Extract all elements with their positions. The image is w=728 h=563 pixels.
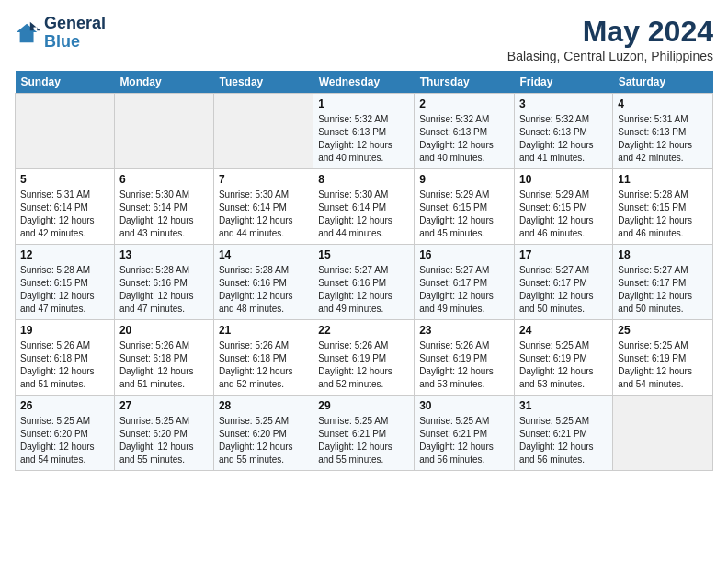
day-cell: 31Sunrise: 5:25 AM Sunset: 6:21 PM Dayli… [514, 396, 612, 471]
day-cell: 22Sunrise: 5:26 AM Sunset: 6:19 PM Dayli… [313, 320, 415, 396]
day-info: Sunrise: 5:27 AM Sunset: 6:17 PM Dayligh… [519, 264, 608, 316]
day-cell: 4Sunrise: 5:31 AM Sunset: 6:13 PM Daylig… [613, 94, 713, 169]
week-row-5: 26Sunrise: 5:25 AM Sunset: 6:20 PM Dayli… [16, 396, 713, 471]
day-cell: 12Sunrise: 5:28 AM Sunset: 6:15 PM Dayli… [16, 245, 115, 320]
day-info: Sunrise: 5:26 AM Sunset: 6:19 PM Dayligh… [318, 339, 409, 391]
svg-marker-1 [30, 22, 40, 30]
day-info: Sunrise: 5:28 AM Sunset: 6:16 PM Dayligh… [119, 264, 209, 316]
day-number: 14 [219, 248, 308, 261]
day-number: 15 [318, 248, 409, 261]
day-number: 12 [20, 248, 109, 261]
day-info: Sunrise: 5:25 AM Sunset: 6:21 PM Dayligh… [318, 415, 409, 466]
day-number: 23 [419, 324, 509, 337]
day-info: Sunrise: 5:26 AM Sunset: 6:18 PM Dayligh… [20, 339, 109, 391]
day-number: 19 [20, 324, 109, 337]
day-info: Sunrise: 5:32 AM Sunset: 6:13 PM Dayligh… [318, 113, 409, 165]
weekday-header-tuesday: Tuesday [213, 71, 313, 94]
day-cell: 11Sunrise: 5:28 AM Sunset: 6:15 PM Dayli… [613, 169, 713, 245]
day-info: Sunrise: 5:32 AM Sunset: 6:13 PM Dayligh… [519, 113, 608, 165]
day-number: 18 [618, 248, 708, 261]
day-number: 7 [219, 173, 308, 186]
day-cell: 5Sunrise: 5:31 AM Sunset: 6:14 PM Daylig… [16, 169, 115, 245]
subtitle: Balasing, Central Luzon, Philippines [507, 49, 713, 63]
day-cell: 30Sunrise: 5:25 AM Sunset: 6:21 PM Dayli… [415, 396, 515, 471]
day-info: Sunrise: 5:30 AM Sunset: 6:14 PM Dayligh… [119, 189, 209, 240]
weekday-header-monday: Monday [114, 71, 213, 94]
day-number: 31 [519, 399, 608, 412]
day-cell: 3Sunrise: 5:32 AM Sunset: 6:13 PM Daylig… [514, 94, 612, 169]
day-info: Sunrise: 5:26 AM Sunset: 6:18 PM Dayligh… [119, 339, 209, 391]
day-info: Sunrise: 5:28 AM Sunset: 6:16 PM Dayligh… [219, 264, 308, 316]
day-info: Sunrise: 5:27 AM Sunset: 6:16 PM Dayligh… [318, 264, 409, 316]
day-info: Sunrise: 5:25 AM Sunset: 6:19 PM Dayligh… [618, 339, 708, 391]
day-number: 10 [519, 173, 608, 186]
day-number: 8 [318, 173, 409, 186]
day-number: 4 [618, 98, 708, 110]
title-block: May 2024 Balasing, Central Luzon, Philip… [507, 15, 713, 63]
week-row-3: 12Sunrise: 5:28 AM Sunset: 6:15 PM Dayli… [16, 245, 713, 320]
day-info: Sunrise: 5:25 AM Sunset: 6:19 PM Dayligh… [519, 339, 608, 391]
day-info: Sunrise: 5:31 AM Sunset: 6:13 PM Dayligh… [618, 113, 708, 165]
day-info: Sunrise: 5:29 AM Sunset: 6:15 PM Dayligh… [419, 189, 509, 240]
day-number: 1 [318, 98, 409, 110]
day-cell: 14Sunrise: 5:28 AM Sunset: 6:16 PM Dayli… [213, 245, 313, 320]
main-title: May 2024 [507, 15, 713, 49]
day-info: Sunrise: 5:26 AM Sunset: 6:19 PM Dayligh… [419, 339, 509, 391]
day-cell: 23Sunrise: 5:26 AM Sunset: 6:19 PM Dayli… [415, 320, 515, 396]
day-number: 21 [219, 324, 308, 337]
day-number: 11 [618, 173, 708, 186]
logo-icon [15, 20, 40, 46]
weekday-header-saturday: Saturday [613, 71, 713, 94]
day-cell: 8Sunrise: 5:30 AM Sunset: 6:14 PM Daylig… [313, 169, 415, 245]
day-cell: 15Sunrise: 5:27 AM Sunset: 6:16 PM Dayli… [313, 245, 415, 320]
day-cell: 17Sunrise: 5:27 AM Sunset: 6:17 PM Dayli… [514, 245, 612, 320]
day-info: Sunrise: 5:28 AM Sunset: 6:15 PM Dayligh… [618, 189, 708, 240]
day-info: Sunrise: 5:27 AM Sunset: 6:17 PM Dayligh… [419, 264, 509, 316]
day-number: 26 [20, 399, 109, 412]
day-number: 16 [419, 248, 509, 261]
week-row-2: 5Sunrise: 5:31 AM Sunset: 6:14 PM Daylig… [16, 169, 713, 245]
day-info: Sunrise: 5:30 AM Sunset: 6:14 PM Dayligh… [318, 189, 409, 240]
day-number: 25 [618, 324, 708, 337]
day-cell: 7Sunrise: 5:30 AM Sunset: 6:14 PM Daylig… [213, 169, 313, 245]
weekday-header-sunday: Sunday [16, 71, 115, 94]
weekday-header-row: SundayMondayTuesdayWednesdayThursdayFrid… [16, 71, 713, 94]
day-cell: 27Sunrise: 5:25 AM Sunset: 6:20 PM Dayli… [114, 396, 213, 471]
day-cell: 25Sunrise: 5:25 AM Sunset: 6:19 PM Dayli… [613, 320, 713, 396]
day-info: Sunrise: 5:30 AM Sunset: 6:14 PM Dayligh… [219, 189, 308, 240]
day-number: 5 [20, 173, 109, 186]
day-number: 22 [318, 324, 409, 337]
day-cell: 26Sunrise: 5:25 AM Sunset: 6:20 PM Dayli… [16, 396, 115, 471]
day-cell [613, 396, 713, 471]
day-info: Sunrise: 5:25 AM Sunset: 6:21 PM Dayligh… [419, 415, 509, 466]
day-number: 28 [219, 399, 308, 412]
day-cell: 21Sunrise: 5:26 AM Sunset: 6:18 PM Dayli… [213, 320, 313, 396]
day-cell: 10Sunrise: 5:29 AM Sunset: 6:15 PM Dayli… [514, 169, 612, 245]
day-number: 2 [419, 98, 509, 110]
day-number: 24 [519, 324, 608, 337]
day-info: Sunrise: 5:25 AM Sunset: 6:20 PM Dayligh… [20, 415, 109, 466]
day-number: 30 [419, 399, 509, 412]
logo-text: General Blue [44, 15, 106, 52]
day-info: Sunrise: 5:29 AM Sunset: 6:15 PM Dayligh… [519, 189, 608, 240]
day-cell [114, 94, 213, 169]
day-info: Sunrise: 5:25 AM Sunset: 6:20 PM Dayligh… [119, 415, 209, 466]
day-cell: 20Sunrise: 5:26 AM Sunset: 6:18 PM Dayli… [114, 320, 213, 396]
day-cell [213, 94, 313, 169]
page-header: General Blue May 2024 Balasing, Central … [15, 15, 713, 63]
logo: General Blue [15, 15, 106, 52]
day-cell: 2Sunrise: 5:32 AM Sunset: 6:13 PM Daylig… [415, 94, 515, 169]
day-info: Sunrise: 5:28 AM Sunset: 6:15 PM Dayligh… [20, 264, 109, 316]
weekday-header-wednesday: Wednesday [313, 71, 415, 94]
week-row-4: 19Sunrise: 5:26 AM Sunset: 6:18 PM Dayli… [16, 320, 713, 396]
day-number: 20 [119, 324, 209, 337]
day-info: Sunrise: 5:26 AM Sunset: 6:18 PM Dayligh… [219, 339, 308, 391]
day-cell: 6Sunrise: 5:30 AM Sunset: 6:14 PM Daylig… [114, 169, 213, 245]
weekday-header-thursday: Thursday [415, 71, 515, 94]
day-info: Sunrise: 5:27 AM Sunset: 6:17 PM Dayligh… [618, 264, 708, 316]
day-info: Sunrise: 5:32 AM Sunset: 6:13 PM Dayligh… [419, 113, 509, 165]
week-row-1: 1Sunrise: 5:32 AM Sunset: 6:13 PM Daylig… [16, 94, 713, 169]
day-number: 29 [318, 399, 409, 412]
day-cell: 18Sunrise: 5:27 AM Sunset: 6:17 PM Dayli… [613, 245, 713, 320]
day-number: 27 [119, 399, 209, 412]
